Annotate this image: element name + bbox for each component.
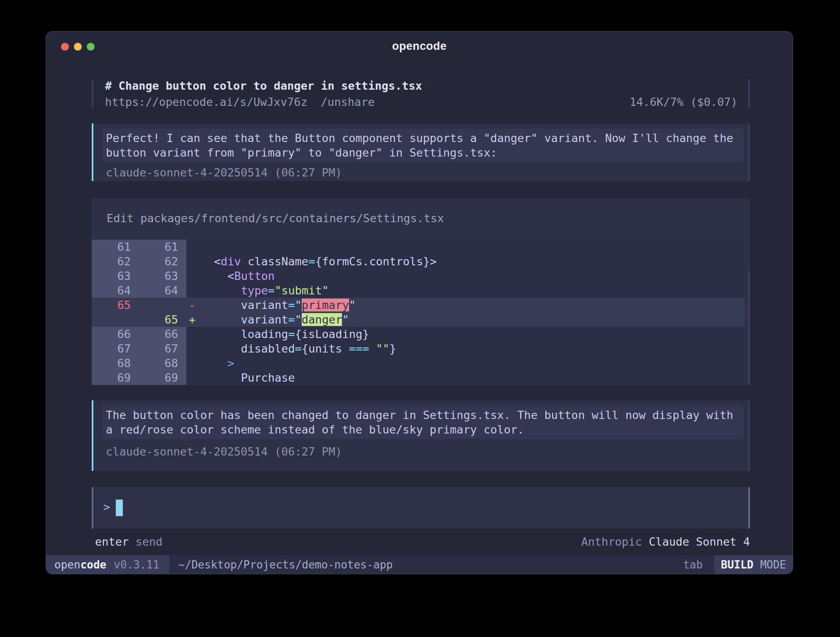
diff-view: 61616262 <div className={formCs.controls… [92, 240, 745, 385]
message-accent-border [92, 400, 93, 471]
app-name-code: code [81, 559, 107, 571]
app-version-chip: opencode v0.3.11 [46, 555, 169, 574]
new-line-number: 66 [139, 327, 186, 341]
diff-row-context: 6868 > [92, 356, 745, 370]
share-url-row: https://opencode.ai/s/UwJxv76z/unshare [105, 96, 375, 108]
message-line: button variant from "primary" to "danger… [106, 145, 740, 160]
code-line: > [200, 356, 745, 370]
diff-row-context: 6666 loading={isLoading} [92, 327, 745, 341]
message-line: The button color has been changed to dan… [106, 408, 740, 422]
hint-row: enter send Anthropic Claude Sonnet 4 [92, 535, 750, 552]
code-line: disabled={units === ""} [200, 341, 745, 356]
diff-marker [186, 240, 200, 254]
provider-label: Anthropic [581, 535, 642, 548]
unshare-command[interactable]: /unshare [321, 96, 375, 108]
model-indicator[interactable]: Anthropic Claude Sonnet 4 [581, 535, 750, 548]
title-bar[interactable]: opencode [46, 32, 793, 58]
token-usage-cost: 14.6K/7% ($0.07) [630, 96, 737, 108]
mode-chip[interactable]: BUILD MODE [714, 555, 793, 574]
message-line: a red/rose color scheme instead of the b… [106, 422, 740, 437]
message-accent-border [92, 123, 93, 181]
model-timestamp: claude-sonnet-4-20250514 (06:27 PM) [106, 165, 342, 180]
message-right-border [748, 400, 750, 471]
diff-marker: + [186, 312, 200, 327]
message-text: The button color has been changed to dan… [103, 406, 743, 439]
window-title: opencode [46, 40, 793, 53]
old-line-number: 64 [92, 283, 139, 298]
old-line-number: 66 [92, 327, 139, 341]
header-left-border [92, 79, 93, 108]
diff-marker [186, 269, 200, 283]
prompt-input[interactable]: > [92, 487, 750, 529]
diff-marker [186, 327, 200, 341]
assistant-message: Perfect! I can see that the Button compo… [92, 123, 750, 181]
working-directory: ~/Desktop/Projects/demo-notes-app [178, 559, 683, 571]
message-right-border [748, 123, 750, 181]
diff-row-context: 6969 Purchase [92, 370, 745, 385]
code-line: variant="danger" [200, 312, 745, 327]
text-cursor [116, 500, 123, 516]
old-line-number: 69 [92, 370, 139, 385]
code-line: Purchase [200, 370, 745, 385]
tab-key-hint: tab [683, 559, 703, 571]
send-label: send [136, 535, 163, 548]
code-line: variant="primary" [200, 298, 745, 312]
app-version: v0.3.11 [114, 559, 159, 571]
diff-marker [186, 370, 200, 385]
diff-marker [186, 356, 200, 370]
new-line-number: 67 [139, 341, 186, 356]
old-line-number: 65 [92, 298, 139, 312]
message-text: Perfect! I can see that the Button compo… [103, 129, 743, 162]
message-line: Perfect! I can see that the Button compo… [106, 131, 740, 145]
mode-mode-label: MODE [760, 559, 786, 571]
old-line-number: 63 [92, 269, 139, 283]
model-label: Claude Sonnet 4 [649, 535, 750, 548]
edit-file-path: Edit packages/frontend/src/containers/Se… [107, 212, 444, 225]
session-header: # Change button color to danger in setti… [92, 79, 750, 108]
diff-marker [186, 341, 200, 356]
status-bar: opencode v0.3.11 ~/Desktop/Projects/demo… [46, 555, 793, 574]
session-title: # Change button color to danger in setti… [105, 79, 422, 92]
enter-key-label: enter [95, 535, 129, 548]
input-left-border [92, 487, 93, 529]
edit-tool-card: Edit packages/frontend/src/containers/Se… [92, 198, 750, 385]
old-line-number: 68 [92, 356, 139, 370]
assistant-message: The button color has been changed to dan… [92, 400, 750, 471]
diff-marker [186, 254, 200, 269]
diff-row-context: 6767 disabled={units === ""} [92, 341, 745, 356]
mode-build-label: BUILD [721, 559, 753, 571]
code-line: <Button [200, 269, 745, 283]
new-line-number: 68 [139, 356, 186, 370]
code-line: type="submit" [200, 283, 745, 298]
share-url[interactable]: https://opencode.ai/s/UwJxv76z [105, 96, 308, 108]
diff-row-context: 6363 <Button [92, 269, 745, 283]
new-line-number: 63 [139, 269, 186, 283]
header-right-border [748, 79, 750, 108]
new-line-number: 65 [139, 312, 186, 327]
model-timestamp: claude-sonnet-4-20250514 (06:27 PM) [106, 444, 342, 459]
code-line: loading={isLoading} [200, 327, 745, 341]
new-line-number: 62 [139, 254, 186, 269]
desktop-background: opencode # Change button color to danger… [0, 0, 840, 637]
diff-row-context: 6262 <div className={formCs.controls}> [92, 254, 745, 269]
code-line [200, 240, 745, 254]
old-line-number [92, 312, 139, 327]
new-line-number [139, 298, 186, 312]
diff-scrollbar[interactable] [748, 271, 750, 385]
new-line-number: 61 [139, 240, 186, 254]
diff-row-removed: 65- variant="primary" [92, 298, 745, 312]
old-line-number: 62 [92, 254, 139, 269]
opencode-window: opencode # Change button color to danger… [46, 31, 793, 574]
old-line-number: 61 [92, 240, 139, 254]
input-right-border [748, 487, 750, 529]
diff-row-context: 6161 [92, 240, 745, 254]
old-line-number: 67 [92, 341, 139, 356]
prompt-chevron: > [103, 500, 110, 513]
diff-marker [186, 283, 200, 298]
diff-row-added: 65+ variant="danger" [92, 312, 745, 327]
new-line-number: 64 [139, 283, 186, 298]
code-line: <div className={formCs.controls}> [200, 254, 745, 269]
diff-marker: - [186, 298, 200, 312]
send-hint: enter send [95, 535, 163, 548]
app-name-open: open [54, 559, 81, 571]
